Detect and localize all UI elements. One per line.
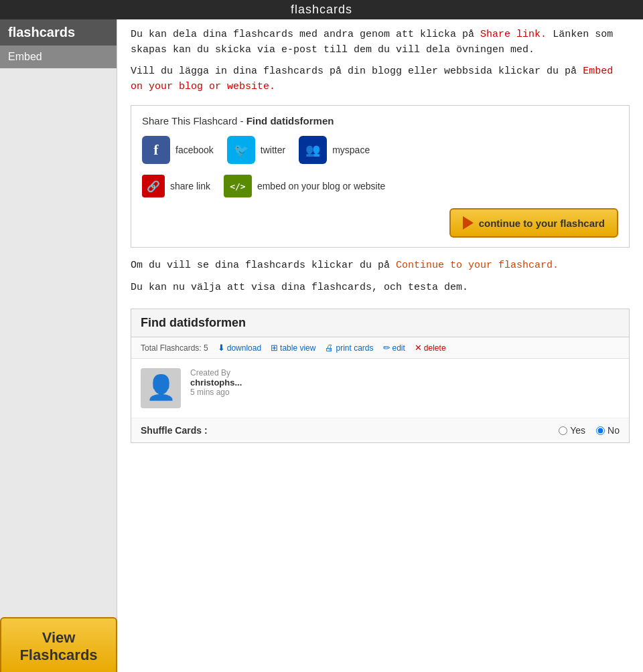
twitter-button[interactable]: 🐦 twitter [227, 136, 285, 164]
fc-body: 👤 Created By christophs... 5 mins ago [131, 359, 629, 418]
table-icon: ⊞ [271, 343, 278, 353]
share-link-icon: 🔗 [142, 175, 165, 197]
embed-button[interactable]: </> embed on your blog or website [224, 175, 385, 197]
sidebar: flashcards Embed View Flashcards [0, 19, 117, 672]
avatar-silhouette: 👤 [146, 373, 176, 403]
continue-link-anchor[interactable]: Continue to your flashcard. [396, 260, 559, 271]
intro-para-2: Vill du lägga in dina flashcards på din … [131, 64, 630, 94]
shuffle-row: Shuffle Cards : Yes No [131, 418, 629, 442]
intro-para-4: Du kan nu välja att visa dina flashcards… [131, 280, 630, 296]
shuffle-yes-option[interactable]: Yes [559, 425, 585, 436]
print-cards-link[interactable]: 🖨 print cards [325, 343, 373, 353]
download-link[interactable]: ⬇ download [218, 343, 261, 353]
myspace-icon: 👥 [299, 136, 327, 164]
continue-label: continue to your flashcard [479, 218, 605, 229]
continue-flashcard-button[interactable]: continue to your flashcard [449, 208, 618, 238]
fc-manager-title: Find datidsformen [131, 309, 629, 337]
myspace-label: myspace [332, 145, 370, 155]
twitter-label: twitter [261, 145, 285, 155]
shuffle-no-option[interactable]: No [596, 425, 620, 436]
download-icon: ⬇ [218, 343, 225, 353]
fc-toolbar: Total Flashcards: 5 ⬇ download ⊞ table v… [131, 337, 629, 359]
top-bar: flashcards [0, 0, 643, 19]
share-link-anchor[interactable]: Share link. [480, 29, 547, 40]
edit-link[interactable]: ✏ edit [383, 343, 405, 353]
intro-para-3: Om du vill se dina flashcards klickar du… [131, 258, 630, 274]
main-content: Du kan dela dina flashcards med andra ge… [117, 19, 643, 672]
radio-group: Yes No [559, 425, 620, 436]
total-flashcards: Total Flashcards: 5 [141, 343, 208, 353]
share-box-title: Share This Flashcard - Find datidsformen [142, 115, 618, 127]
fc-manager: Find datidsformen Total Flashcards: 5 ⬇ … [131, 309, 630, 443]
share-link-label: share link [170, 181, 210, 191]
table-view-link[interactable]: ⊞ table view [271, 343, 315, 353]
embed-label: embed on your blog or website [257, 181, 385, 191]
share-buttons-row-2: 🔗 share link </> embed on your blog or w… [142, 175, 618, 197]
share-buttons-row-1: f facebook 🐦 twitter 👥 myspace [142, 136, 618, 164]
sidebar-embed-button[interactable]: Embed [0, 46, 117, 68]
creator-name: christophs... [190, 377, 242, 388]
view-flashcards-button[interactable]: View Flashcards [0, 617, 117, 672]
twitter-icon: 🐦 [227, 136, 255, 164]
facebook-button[interactable]: f facebook [142, 136, 214, 164]
intro-para-1: Du kan dela dina flashcards med andra ge… [131, 27, 630, 58]
creator-label: Created By [190, 368, 242, 377]
share-link-button[interactable]: 🔗 share link [142, 175, 210, 197]
continue-button-area: continue to your flashcard [142, 208, 618, 238]
creator-time: 5 mins ago [190, 388, 242, 397]
facebook-icon: f [142, 136, 170, 164]
delete-link[interactable]: ✕ delete [415, 343, 446, 353]
myspace-button[interactable]: 👥 myspace [299, 136, 370, 164]
creator-info: Created By christophs... 5 mins ago [190, 368, 242, 408]
arrow-icon [463, 216, 474, 230]
shuffle-yes-label: Yes [570, 425, 585, 436]
edit-icon: ✏ [383, 343, 390, 353]
shuffle-no-radio[interactable] [596, 426, 605, 435]
facebook-label: facebook [175, 145, 214, 155]
avatar: 👤 [141, 368, 181, 408]
share-box: Share This Flashcard - Find datidsformen… [131, 105, 630, 248]
delete-icon: ✕ [415, 343, 422, 353]
shuffle-yes-radio[interactable] [559, 426, 567, 435]
embed-icon: </> [224, 175, 252, 197]
shuffle-no-label: No [608, 425, 620, 436]
sidebar-flashcards-label: flashcards [0, 19, 117, 46]
print-icon: 🖨 [325, 343, 334, 353]
shuffle-label: Shuffle Cards : [141, 425, 208, 436]
top-bar-title: flashcards [291, 3, 352, 16]
